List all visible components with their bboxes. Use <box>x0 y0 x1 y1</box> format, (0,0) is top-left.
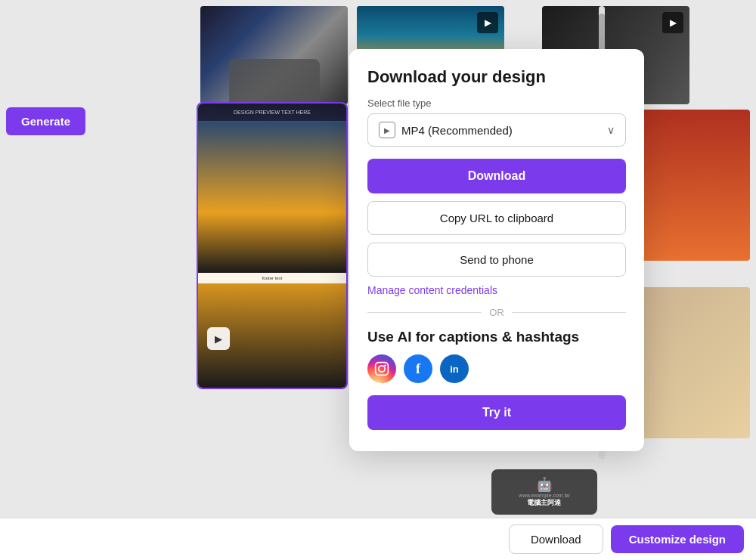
design-card: DESIGN PREVIEW TEXT HERE footer text ▶ <box>197 102 348 389</box>
file-type-icon: ▶ <box>379 122 395 138</box>
instagram-icon[interactable] <box>367 354 396 383</box>
file-type-value: MP4 (Recommended) <box>401 124 513 137</box>
bottom-bar: Download Customize design <box>0 518 756 560</box>
facebook-icon[interactable]: f <box>404 354 432 383</box>
watermark: 🤖 www.example.com.tw 電腦主阿達 <box>491 469 597 515</box>
svg-point-2 <box>384 364 386 367</box>
linkedin-icon[interactable]: in <box>440 354 469 383</box>
download-popup: Download your design Select file type ▶ … <box>349 49 644 451</box>
download-button[interactable]: Download <box>367 159 626 193</box>
play-badge: ▶ <box>207 327 230 350</box>
bg-image-car <box>200 6 348 104</box>
try-it-button[interactable]: Try it <box>367 395 626 430</box>
chevron-down-icon: ∨ <box>607 124 615 136</box>
video-badge-top: ▶ <box>477 12 498 33</box>
ai-section-title: Use AI for captions & hashtags <box>367 329 626 345</box>
design-card-footer: footer text <box>198 273 346 283</box>
copy-url-button[interactable]: Copy URL to clipboard <box>367 201 626 235</box>
or-divider: OR <box>367 307 626 318</box>
file-type-left: ▶ MP4 (Recommended) <box>379 122 513 138</box>
design-card-header-text: DESIGN PREVIEW TEXT HERE <box>198 104 346 122</box>
watermark-text: 🤖 www.example.com.tw 電腦主阿達 <box>519 476 569 508</box>
design-footer-text: footer text <box>203 276 342 280</box>
file-type-label: Select file type <box>367 97 626 109</box>
manage-credentials-link[interactable]: Manage content credentials <box>367 284 626 296</box>
bottom-download-button[interactable]: Download <box>509 524 603 554</box>
svg-rect-0 <box>376 363 389 376</box>
svg-point-1 <box>379 366 385 372</box>
video-badge-top-right: ▶ <box>662 12 683 33</box>
bottom-customize-button[interactable]: Customize design <box>611 525 744 553</box>
file-type-dropdown[interactable]: ▶ MP4 (Recommended) ∨ <box>367 113 626 147</box>
generate-button[interactable]: Generate <box>6 107 85 135</box>
social-icons-row: f in <box>367 354 626 383</box>
popup-title: Download your design <box>367 67 626 87</box>
send-to-phone-button[interactable]: Send to phone <box>367 243 626 277</box>
